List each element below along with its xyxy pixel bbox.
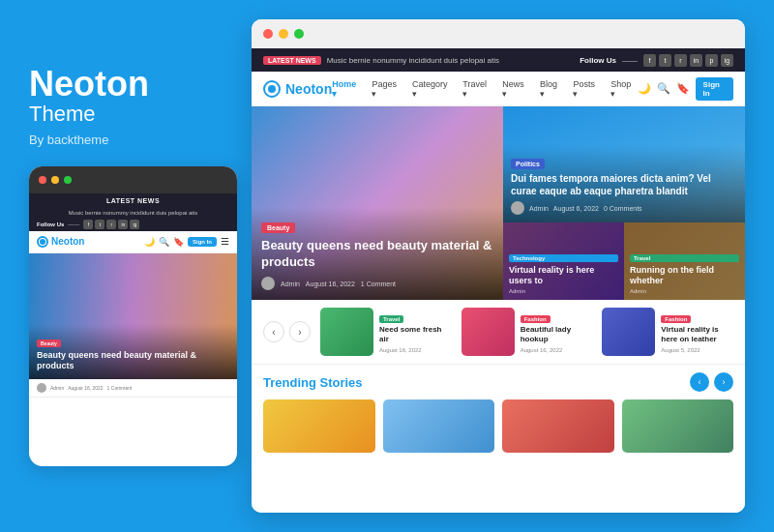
article-card-3[interactable]: Fashion Virtual reality is here on leath… xyxy=(602,308,733,356)
pinterest-icon[interactable]: p xyxy=(705,54,718,67)
mobile-menu-icon[interactable]: ☰ xyxy=(221,236,229,247)
article-cards: Travel Need some fresh air August 16, 20… xyxy=(320,308,733,356)
mobile-rss-icon[interactable]: r xyxy=(106,220,116,229)
mobile-social-icons: f t r in ig xyxy=(83,220,139,229)
mobile-comments: 1 Comment xyxy=(107,385,133,391)
hero-right-comments: 0 Comments xyxy=(604,205,642,212)
nav-blog[interactable]: Blog ▾ xyxy=(540,79,563,99)
nav-news[interactable]: News ▾ xyxy=(502,79,530,99)
topbar-ticker: Music bernie nonummy incididunt duis pel… xyxy=(327,56,499,65)
trending-card-1[interactable] xyxy=(263,399,375,453)
browser-dot-red[interactable] xyxy=(263,29,273,39)
nav-travel[interactable]: Travel ▾ xyxy=(462,79,492,99)
mobile-author: Admin xyxy=(50,385,64,391)
article-title-1: Need some fresh air xyxy=(379,325,452,345)
brand-by: By backtheme xyxy=(29,133,242,147)
mobile-hero-tag: Beauty xyxy=(37,340,61,347)
article-date-3: August 5, 2022 xyxy=(661,347,733,353)
mobile-linkedin-icon[interactable]: in xyxy=(118,220,128,229)
nav-posts[interactable]: Posts ▾ xyxy=(573,79,601,99)
logo-circle xyxy=(263,80,281,98)
browser-chrome xyxy=(252,19,745,48)
vr-card-tag: Technology xyxy=(509,254,618,262)
facebook-icon[interactable]: f xyxy=(643,54,656,67)
mobile-logo-text: Neoton xyxy=(51,236,84,247)
mobile-moon-icon[interactable]: 🌙 xyxy=(144,237,155,247)
mobile-latest-label: LATEST NEWS xyxy=(106,197,160,204)
trending-cards xyxy=(263,399,733,453)
browser-dot-green[interactable] xyxy=(294,29,304,39)
mobile-dot-yellow xyxy=(51,176,59,184)
article-info-1: Travel Need some fresh air August 16, 20… xyxy=(379,308,452,356)
mobile-twitter-icon[interactable]: t xyxy=(95,220,104,229)
mobile-instagram-icon[interactable]: ig xyxy=(130,220,139,229)
next-arrow[interactable]: › xyxy=(289,321,311,342)
bookmark-icon[interactable]: 🔖 xyxy=(676,82,690,95)
trending-card-2[interactable] xyxy=(383,399,495,453)
mobile-bookmark-icon[interactable]: 🔖 xyxy=(173,237,184,247)
article-thumb-3 xyxy=(602,308,655,356)
hero-left-tag: Beauty xyxy=(261,222,295,233)
article-title-3: Virtual reality is here on leather xyxy=(661,325,733,345)
small-card-field[interactable]: Travel Running on the field whether Admi… xyxy=(624,222,745,300)
mobile-hero-overlay: Beauty Beauty queens need beauty materia… xyxy=(29,324,237,379)
site-navbar: Neoton Home ▾ Pages ▾ Category ▾ Travel … xyxy=(252,72,745,106)
nav-links: Home ▾ Pages ▾ Category ▾ Travel ▾ News … xyxy=(332,79,637,99)
article-tag-1: Travel xyxy=(379,315,403,323)
prev-arrow[interactable]: ‹ xyxy=(263,321,284,342)
hero-right-meta: Admin August 6, 2022 0 Comments xyxy=(511,201,737,215)
nav-shop[interactable]: Shop ▾ xyxy=(610,79,637,99)
hero-right-main[interactable]: Politics Dui fames tempora maiores dicta… xyxy=(503,106,745,222)
mobile-mockup: LATEST NEWS Music bernie nonummy incidid… xyxy=(29,166,237,466)
mobile-window-controls xyxy=(29,166,237,193)
nav-home[interactable]: Home ▾ xyxy=(332,79,362,99)
site-logo[interactable]: Neoton xyxy=(263,80,332,98)
mobile-meta-row: Admin August 16, 2022 1 Comment xyxy=(29,379,237,398)
moon-icon[interactable]: 🌙 xyxy=(638,82,651,95)
article-info-3: Fashion Virtual reality is here on leath… xyxy=(661,308,733,356)
search-icon[interactable]: 🔍 xyxy=(657,82,670,95)
logo-inner xyxy=(268,85,276,93)
nav-pages[interactable]: Pages ▾ xyxy=(372,79,402,99)
brand-subtitle: Theme xyxy=(29,102,242,127)
site-topbar: LATEST NEWS Music bernie nonummy incidid… xyxy=(252,48,745,72)
mobile-logo-circle xyxy=(37,236,48,248)
signin-button[interactable]: Sign In xyxy=(696,77,733,101)
small-card-vr[interactable]: Technology Virtual reality is here users… xyxy=(503,222,624,300)
hero-section: Beauty Beauty queens need beauty materia… xyxy=(252,106,745,300)
mobile-topbar: LATEST NEWS xyxy=(29,193,237,208)
mobile-search-icon[interactable]: 🔍 xyxy=(159,237,169,247)
instagram-icon[interactable]: ig xyxy=(721,54,733,67)
mobile-facebook-icon[interactable]: f xyxy=(83,220,93,229)
hero-left-avatar xyxy=(261,277,275,290)
rss-icon[interactable]: r xyxy=(674,54,687,67)
field-card-meta: Admin xyxy=(630,288,739,294)
trending-prev-arrow[interactable]: ‹ xyxy=(690,372,709,392)
article-card-2[interactable]: Fashion Beautiful lady hookup August 16,… xyxy=(461,308,593,356)
mobile-signin-btn[interactable]: Sign In xyxy=(188,237,217,247)
trending-title: Trending Stories xyxy=(263,375,363,390)
mobile-date: August 16, 2022 xyxy=(68,385,103,391)
hero-left[interactable]: Beauty Beauty queens need beauty materia… xyxy=(252,106,503,300)
article-date-1: August 16, 2022 xyxy=(379,347,452,353)
article-card-1[interactable]: Travel Need some fresh air August 16, 20… xyxy=(320,308,452,356)
nav-arrows: ‹ › xyxy=(263,321,311,342)
field-card-tag: Travel xyxy=(630,254,739,262)
hero-right-title: Dui fames tempora maiores dicta anim? Ve… xyxy=(511,172,737,197)
mobile-logo[interactable]: Neoton xyxy=(37,236,84,248)
nav-category[interactable]: Category ▾ xyxy=(412,79,453,99)
site-main: Beauty Beauty queens need beauty materia… xyxy=(252,106,745,513)
mobile-ticker: Music bernie nonummy incididunt duis pel… xyxy=(29,208,237,218)
site-logo-text: Neoton xyxy=(285,81,332,97)
browser-dot-yellow[interactable] xyxy=(279,29,288,39)
trending-card-3[interactable] xyxy=(502,399,614,453)
trending-next-arrow[interactable]: › xyxy=(714,372,733,392)
twitter-icon[interactable]: t xyxy=(659,54,671,67)
vr-card-title: Virtual reality is here users to xyxy=(509,265,618,286)
left-panel: Neoton Theme By backtheme LATEST NEWS Mu… xyxy=(29,67,242,466)
mobile-dot-green xyxy=(64,176,72,184)
trending-card-4[interactable] xyxy=(622,399,734,453)
hero-right-date: August 6, 2022 xyxy=(553,205,599,212)
linkedin-icon[interactable]: in xyxy=(690,54,702,67)
trending-arrows: ‹ › xyxy=(690,372,733,392)
